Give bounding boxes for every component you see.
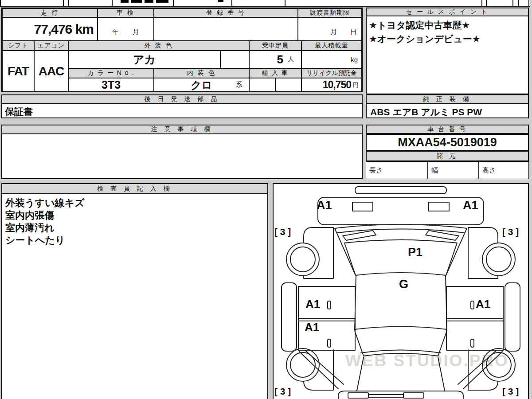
mark-bumper-right: A1 <box>463 199 478 212</box>
cutoff-text-fragment <box>131 0 142 3</box>
cutoff-divider <box>112 0 113 6</box>
header-mileage: 走 行 <box>2 8 98 17</box>
cell-registration-value <box>154 17 298 41</box>
later-parts-value: 保証書 <box>5 106 33 118</box>
header-capacity: 乗車定員 <box>249 41 301 51</box>
header-interior-color: 内 装 色 <box>154 68 249 78</box>
header-shift: シフト <box>2 41 34 51</box>
inspector-line: 外装うすい線キズ <box>5 196 85 210</box>
cell-exterior-color-extra <box>220 51 249 68</box>
cell-exterior-color-value: アカ <box>68 51 220 68</box>
chassis-box: 車 台 番 号 MXAA54-5019019 諸 元 長さ 幅 高さ <box>366 125 529 179</box>
header-aircon: エアコン <box>34 41 68 51</box>
vehicle-info-table: 走 行 車 検 登 録 番 号 譲渡書類期限 77,476 km 年 月 月 日… <box>1 8 363 92</box>
spec-width-cell: 幅 <box>428 161 479 179</box>
mark-front-corner-right: [ 3 ] <box>502 227 519 237</box>
header-transfer-deadline: 譲渡書類期限 <box>298 8 362 17</box>
capacity-number: 5 <box>277 53 283 66</box>
cutoff-text-fragment <box>218 0 223 2</box>
cutoff-divider <box>231 0 232 6</box>
cell-inspection-value: 年 月 <box>98 17 154 41</box>
sales-point-box: セ ー ル ス ポ イ ン ト ★トヨタ認定中古車歴★ ★オークションデビュー★ <box>366 8 529 94</box>
spec-height-cell: 高さ <box>479 161 529 179</box>
cutoff-divider <box>512 0 513 6</box>
header-inspection: 車 検 <box>98 8 154 17</box>
cutoff-divider <box>486 0 487 6</box>
genuine-equipment-header: 純 正 装 備 <box>366 94 529 104</box>
chassis-value: MXAA54-5019019 <box>366 134 529 151</box>
header-registration-no: 登 録 番 号 <box>154 8 298 17</box>
header-exterior-color: 外 装 色 <box>68 41 249 51</box>
later-parts-box: 後 日 発 送 部 品 保証書 <box>1 94 363 118</box>
cutoff-divider <box>528 0 529 6</box>
car-outline <box>274 184 528 399</box>
specs-header: 諸 元 <box>366 151 529 161</box>
capacity-unit: 人 <box>288 55 294 63</box>
header-color-no: カ ラ ー N o . <box>68 68 154 78</box>
cell-max-load-value: kg <box>301 51 362 68</box>
cutoff-text-fragment <box>145 0 153 3</box>
inspector-header: 検 査 員 記 入 欄 <box>1 183 268 194</box>
cell-aircon-value: AAC <box>34 51 68 92</box>
notes-header: 注 意 事 項 欄 <box>1 125 363 134</box>
inspector-box: 検 査 員 記 入 欄 外装うすい線キズ 室内内張傷 室内薄汚れ シートへたり <box>1 183 268 399</box>
notes-box: 注 意 事 項 欄 <box>1 125 363 179</box>
cutoff-divider <box>481 0 482 6</box>
car-diagram-box: WEB STUDIO.PRO <box>273 183 529 399</box>
spec-width-label: 幅 <box>431 166 438 175</box>
cell-shift-value: FAT <box>2 51 34 92</box>
sales-point-header: セ ー ル ス ポ イ ン ト <box>366 8 529 16</box>
recycle-unit: 円 <box>353 81 359 89</box>
cutoff-text-fragment <box>156 0 168 3</box>
cell-capacity-value: 5 人 <box>249 51 301 68</box>
inspector-line: 室内内張傷 <box>5 209 54 222</box>
mark-door-front-left: A1 <box>305 297 320 311</box>
cutoff-divider <box>285 0 286 6</box>
mark-windshield: P1 <box>408 246 422 259</box>
cutoff-divider <box>518 0 519 6</box>
cutoff-divider <box>173 0 174 6</box>
header-import-car: 輸 入 車 <box>249 68 301 78</box>
inspector-line: シートへたり <box>5 234 65 247</box>
cell-import-blank-1 <box>249 78 275 92</box>
genuine-equipment-box: 純 正 装 備 ABS エアB アルミ PS PW <box>366 94 529 118</box>
auction-sheet: 走 行 車 検 登 録 番 号 譲渡書類期限 77,476 km 年 月 月 日… <box>0 0 532 399</box>
sales-point-line: ★オークションデビュー★ <box>369 33 481 45</box>
mark-roof: G <box>399 278 408 291</box>
inspector-line: 室内薄汚れ <box>5 221 55 235</box>
cutoff-divider <box>0 0 1 6</box>
cell-recycle-value: 10,750 円 <box>301 78 362 92</box>
mark-bumper-left: A1 <box>317 199 332 212</box>
spec-height-label: 高さ <box>482 166 496 175</box>
header-recycle-deposit: リサイクル預託金 <box>301 68 362 78</box>
mark-door-rear-left: A1 <box>305 321 319 334</box>
later-parts-header: 後 日 発 送 部 品 <box>1 94 363 104</box>
cell-mileage-value: 77,476 km <box>2 17 98 41</box>
cutoff-divider <box>68 0 69 6</box>
cell-color-no-value: 3T3 <box>68 78 154 92</box>
mark-rear-corner-left: [ 3 ] <box>274 386 291 397</box>
cutoff-divider <box>63 0 64 6</box>
mark-front-corner-left: [ 3 ] <box>274 227 291 237</box>
spec-length-cell: 長さ <box>366 161 428 179</box>
genuine-equipment-value: ABS エアB アルミ PS PW <box>370 106 482 118</box>
sales-point-line: ★トヨタ認定中古車歴★ <box>369 19 470 31</box>
interior-color-text: クロ <box>191 78 212 92</box>
spec-length-label: 長さ <box>369 166 383 175</box>
cutoff-row <box>0 0 530 7</box>
recycle-amount: 10,750 <box>323 79 351 91</box>
cell-import-blank-2 <box>275 78 301 92</box>
chassis-header: 車 台 番 号 <box>366 125 529 134</box>
mark-door-front-right: A1 <box>476 297 490 311</box>
interior-color-suffix: 系 <box>236 81 243 89</box>
cell-interior-color-value: クロ 系 <box>154 78 249 92</box>
cell-transfer-value: 月 日 <box>298 17 362 41</box>
header-max-load: 最大積載量 <box>301 41 362 51</box>
cutoff-text-fragment <box>121 0 129 3</box>
mark-rear-corner-right: [ 3 ] <box>502 386 519 397</box>
